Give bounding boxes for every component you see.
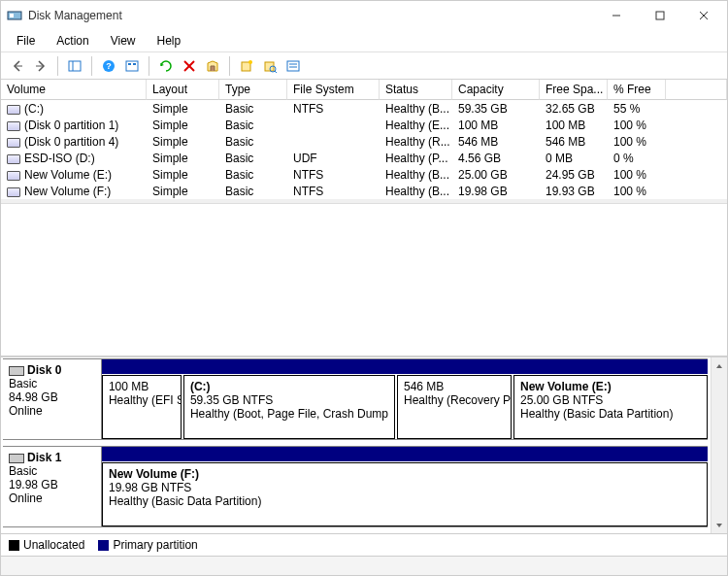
volume-status: Healthy (R... bbox=[380, 134, 452, 150]
drive-icon bbox=[7, 138, 20, 148]
partition-size: 546 MB bbox=[404, 380, 505, 393]
col-pct-free[interactable]: % Free bbox=[608, 80, 666, 100]
col-layout[interactable]: Layout bbox=[147, 80, 219, 100]
volume-free: 24.95 GB bbox=[540, 167, 608, 183]
volume-name: New Volume (F:) bbox=[24, 185, 111, 198]
menu-action[interactable]: Action bbox=[47, 32, 98, 50]
volume-fs: NTFS bbox=[287, 101, 380, 117]
volume-list-header: Volume Layout Type File System Status Ca… bbox=[1, 80, 727, 100]
partition[interactable]: 100 MBHealthy (EFI S bbox=[102, 375, 182, 439]
maximize-button[interactable] bbox=[638, 2, 681, 29]
volume-layout: Simple bbox=[147, 151, 219, 166]
settings-button[interactable] bbox=[282, 55, 304, 77]
legend-unallocated: Unallocated bbox=[9, 538, 84, 552]
volume-row[interactable]: (C:)SimpleBasicNTFSHealthy (B...59.35 GB… bbox=[1, 100, 727, 117]
col-filesystem[interactable]: File System bbox=[287, 80, 380, 100]
partition-title: New Volume (E:) bbox=[520, 380, 701, 393]
disk-row: Disk 0Basic84.98 GBOnline100 MBHealthy (… bbox=[3, 358, 708, 440]
disk-type: Basic bbox=[9, 377, 95, 390]
volume-status: Healthy (B... bbox=[380, 167, 452, 183]
volume-type: Basic bbox=[219, 167, 287, 183]
disk-name: Disk 0 bbox=[27, 363, 61, 377]
volume-free: 19.93 GB bbox=[540, 184, 608, 199]
back-button[interactable] bbox=[7, 55, 28, 77]
find-button[interactable] bbox=[259, 55, 281, 77]
forward-button[interactable] bbox=[30, 55, 51, 77]
new-volume-button[interactable] bbox=[236, 55, 257, 77]
partition[interactable]: 546 MBHealthy (Recovery P bbox=[397, 375, 512, 439]
partition[interactable]: (C:)59.35 GB NTFSHealthy (Boot, Page Fil… bbox=[183, 375, 395, 439]
col-free-space[interactable]: Free Spa... bbox=[540, 80, 608, 100]
volume-layout: Simple bbox=[147, 167, 219, 183]
scroll-up-icon[interactable] bbox=[711, 357, 727, 374]
volume-row[interactable]: New Volume (F:)SimpleBasicNTFSHealthy (B… bbox=[1, 183, 727, 199]
col-status[interactable]: Status bbox=[380, 80, 452, 100]
col-type[interactable]: Type bbox=[219, 80, 287, 100]
partition-header-bar bbox=[102, 359, 708, 375]
disk-info[interactable]: Disk 1Basic19.98 GBOnline bbox=[3, 447, 102, 526]
menu-view[interactable]: View bbox=[101, 32, 146, 50]
rescan-button[interactable] bbox=[155, 55, 177, 77]
partition-size: 59.35 GB NTFS bbox=[190, 393, 388, 407]
volume-capacity: 25.00 GB bbox=[452, 167, 540, 183]
vertical-scrollbar[interactable] bbox=[711, 357, 727, 533]
volume-free: 0 MB bbox=[540, 151, 608, 166]
col-volume[interactable]: Volume bbox=[1, 80, 147, 100]
volume-type: Basic bbox=[219, 151, 287, 166]
volume-layout: Simple bbox=[147, 118, 219, 133]
window-title: Disk Management bbox=[28, 9, 594, 22]
svg-point-16 bbox=[248, 60, 252, 64]
delete-button[interactable] bbox=[179, 55, 200, 77]
properties-button[interactable] bbox=[202, 55, 223, 77]
col-capacity[interactable]: Capacity bbox=[452, 80, 540, 100]
refresh-button[interactable] bbox=[121, 55, 143, 77]
volume-row[interactable]: (Disk 0 partition 1)SimpleBasicHealthy (… bbox=[1, 117, 727, 133]
volume-type: Basic bbox=[219, 118, 287, 133]
menu-file[interactable]: File bbox=[7, 32, 45, 50]
disk-info[interactable]: Disk 0Basic84.98 GBOnline bbox=[3, 359, 102, 439]
volume-fs bbox=[287, 118, 380, 133]
close-button[interactable] bbox=[681, 2, 725, 29]
volume-list: Volume Layout Type File System Status Ca… bbox=[1, 80, 727, 203]
svg-rect-6 bbox=[69, 61, 81, 71]
svg-rect-1 bbox=[10, 14, 14, 17]
legend: Unallocated Primary partition bbox=[1, 533, 727, 556]
separator bbox=[149, 56, 149, 76]
volume-pct: 100 % bbox=[608, 118, 666, 133]
disk-name: Disk 1 bbox=[27, 451, 61, 464]
statusbar bbox=[1, 556, 727, 575]
disk-graphical-view: Disk 0Basic84.98 GBOnline100 MBHealthy (… bbox=[1, 356, 727, 556]
volume-fs: NTFS bbox=[287, 184, 380, 199]
help-button[interactable]: ? bbox=[98, 55, 119, 77]
volume-status: Healthy (B... bbox=[380, 101, 452, 117]
separator bbox=[229, 56, 230, 76]
drive-icon bbox=[7, 105, 20, 115]
volume-row[interactable]: ESD-ISO (D:)SimpleBasicUDFHealthy (P...4… bbox=[1, 150, 727, 166]
scrollbar-track[interactable] bbox=[711, 374, 727, 517]
volume-row[interactable]: (Disk 0 partition 4)SimpleBasicHealthy (… bbox=[1, 133, 727, 150]
volume-name: ESD-ISO (D:) bbox=[24, 152, 95, 165]
drive-icon bbox=[7, 171, 20, 181]
volume-capacity: 4.56 GB bbox=[452, 151, 540, 166]
menu-help[interactable]: Help bbox=[148, 32, 191, 50]
col-spacer bbox=[666, 80, 727, 100]
svg-rect-20 bbox=[287, 61, 299, 71]
partition-status: Healthy (EFI S bbox=[109, 393, 175, 407]
partition[interactable]: New Volume (E:)25.00 GB NTFSHealthy (Bas… bbox=[513, 375, 708, 439]
minimize-button[interactable] bbox=[594, 2, 638, 29]
unallocated-swatch bbox=[9, 540, 19, 551]
volume-pct: 55 % bbox=[608, 101, 666, 117]
scroll-down-icon[interactable] bbox=[711, 517, 727, 533]
show-hide-tree-button[interactable] bbox=[64, 55, 85, 77]
disk-state: Online bbox=[9, 404, 95, 418]
partition[interactable]: New Volume (F:)19.98 GB NTFSHealthy (Bas… bbox=[102, 462, 708, 526]
volume-name: New Volume (E:) bbox=[24, 168, 112, 182]
partition-size: 100 MB bbox=[109, 380, 175, 393]
volume-name: (Disk 0 partition 4) bbox=[24, 135, 118, 149]
volume-row[interactable]: New Volume (E:)SimpleBasicNTFSHealthy (B… bbox=[1, 166, 727, 183]
svg-rect-10 bbox=[126, 61, 138, 71]
partition-header-bar bbox=[102, 447, 708, 462]
volume-status: Healthy (P... bbox=[380, 151, 452, 166]
volume-name: (Disk 0 partition 1) bbox=[24, 119, 118, 132]
volume-free: 100 MB bbox=[540, 118, 608, 133]
